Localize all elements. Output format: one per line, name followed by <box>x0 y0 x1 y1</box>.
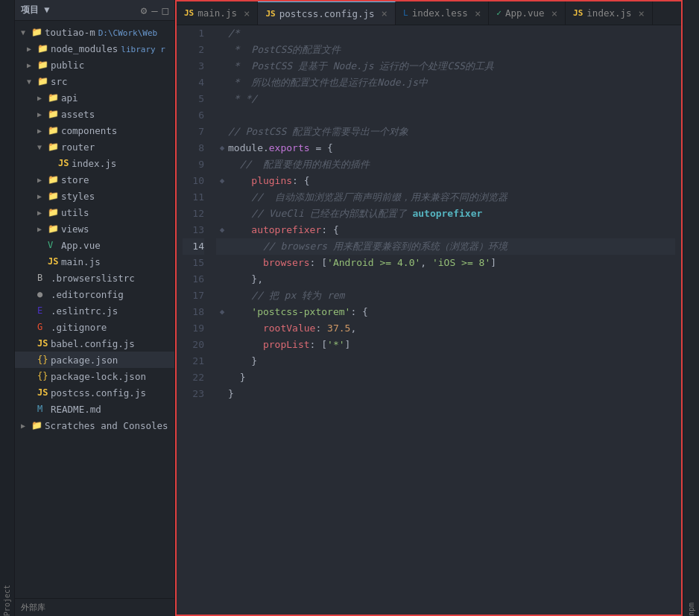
file-type-icon: 📁 <box>37 76 51 86</box>
tree-item-src[interactable]: ▼📁src <box>15 73 174 89</box>
tree-item-label: views <box>61 223 174 235</box>
project-label: Project <box>3 579 11 616</box>
tree-item-utils[interactable]: ▶📁utils <box>15 204 174 220</box>
line-number: 19 <box>183 320 204 337</box>
arrow-icon: ▶ <box>37 127 48 135</box>
sidebar-icon-group: ⚙ — □ <box>141 4 168 16</box>
tab-label: main.js <box>197 7 237 19</box>
tree-item-package-lock[interactable]: {}package-lock.json <box>15 368 174 384</box>
tab-index-less[interactable]: Lindex.less× <box>396 1 489 25</box>
file-type-icon: G <box>37 322 51 332</box>
tree-item-label: assets <box>61 109 174 120</box>
tab-close-button[interactable]: × <box>475 8 481 19</box>
tab-close-button[interactable]: × <box>551 8 557 19</box>
tab-label: App.vue <box>505 7 545 19</box>
gear-icon[interactable]: ⚙ <box>141 4 147 16</box>
code-line: // PostCSS 配置文件需要导出一个对象 <box>216 124 675 140</box>
file-type-icon: JS <box>58 158 72 168</box>
line-number: 16 <box>183 271 204 288</box>
minimize-icon[interactable]: — <box>151 4 157 16</box>
line-number: 4 <box>183 74 204 91</box>
tab-label: index.less <box>412 7 468 19</box>
file-type-icon: V <box>48 240 61 250</box>
tab-close-button[interactable]: × <box>639 8 645 19</box>
code-line: browsers: ['Android >= 4.0', 'iOS >= 8'] <box>216 255 675 271</box>
line-number: 21 <box>183 353 204 369</box>
tree-item-router-index[interactable]: JSindex.js <box>15 155 174 171</box>
tree-item-root[interactable]: ▼📁toutiao-mD:\CWork\Web <box>15 24 174 40</box>
tree-item-package-json[interactable]: {}package.json <box>15 352 174 368</box>
line-number: 15 <box>183 255 204 271</box>
tab-app-vue[interactable]: ✓App.vue× <box>489 1 566 25</box>
line-number: 23 <box>183 386 204 402</box>
tree-item-babel[interactable]: JSbabel.config.js <box>15 335 174 352</box>
tree-item-scratches[interactable]: ▶📁Scratches and Consoles <box>15 417 174 434</box>
tab-index-js[interactable]: JSindex.js× <box>566 1 653 25</box>
arrow-icon: ▼ <box>37 143 48 151</box>
line-numbers: 1234567891011121314151617181920212223 <box>177 25 210 615</box>
code-line: ◆ plugins: { <box>216 173 675 189</box>
tree-item-api[interactable]: ▶📁api <box>15 89 174 106</box>
line-number: 8 <box>183 140 204 156</box>
line-number: 13 <box>183 222 204 238</box>
tree-item-app-vue[interactable]: VApp.vue <box>15 237 174 253</box>
tab-bar: JSmain.js×JSpostcss.config.js×Lindex.les… <box>177 1 681 25</box>
line-number: 2 <box>183 42 204 58</box>
file-type-icon: {} <box>37 355 51 365</box>
tree-item-styles[interactable]: ▶📁styles <box>15 188 174 204</box>
tree-item-main-js[interactable]: JSmain.js <box>15 253 174 270</box>
line-number: 11 <box>183 189 204 206</box>
tree-item-store[interactable]: ▶📁store <box>15 171 174 188</box>
sidebar-bottom: 外部库 <box>15 598 174 616</box>
tab-postcss-config[interactable]: JSpostcss.config.js× <box>258 1 396 25</box>
tab-type-icon: JS <box>265 9 275 19</box>
arrow-icon: ▼ <box>21 28 31 36</box>
line-number: 5 <box>183 91 204 107</box>
arrow-icon: ▶ <box>37 94 48 102</box>
file-type-icon: M <box>37 404 51 414</box>
line-number: 14 <box>183 238 204 255</box>
left-strip: Project <box>0 0 15 616</box>
tree-item-label: src <box>51 76 174 87</box>
code-line: } <box>216 369 675 386</box>
file-type-icon: 📁 <box>48 125 61 136</box>
tree-item-label: README.md <box>51 404 174 415</box>
tree-item-components[interactable]: ▶📁components <box>15 122 174 139</box>
tree-item-label: postcss.config.js <box>51 387 174 399</box>
code-editor[interactable]: 1234567891011121314151617181920212223 /*… <box>177 25 681 615</box>
code-line: } <box>216 353 675 369</box>
sidebar-title: 项目 ▼ <box>21 4 141 16</box>
tree-item-postcss-config[interactable]: JSpostcss.config.js <box>15 384 174 401</box>
tab-main-js[interactable]: JSmain.js× <box>177 1 258 25</box>
code-line: ◆ autoprefixer: { <box>216 222 675 238</box>
tab-close-button[interactable]: × <box>244 8 250 19</box>
tree-item-label: package-lock.json <box>51 371 174 382</box>
tab-label: index.js <box>586 7 631 19</box>
tree-item-views[interactable]: ▶📁views <box>15 220 174 237</box>
tree-item-router[interactable]: ▼📁router <box>15 139 174 155</box>
tree-item-label: main.js <box>61 256 174 267</box>
tree-item-public[interactable]: ▶📁public <box>15 57 174 73</box>
line-number: 3 <box>183 58 204 74</box>
tree-item-readme[interactable]: MREADME.md <box>15 401 174 417</box>
line-number: 7 <box>183 124 204 140</box>
tree-item-assets[interactable]: ▶📁assets <box>15 106 174 122</box>
file-type-icon: E <box>37 305 51 316</box>
tree-item-node_modules[interactable]: ▶📁node_moduleslibrary r <box>15 40 174 57</box>
code-line: ◆ 'postcss-pxtorem': { <box>216 304 675 320</box>
file-tree: ▼📁toutiao-mD:\CWork\Web▶📁node_moduleslib… <box>15 21 174 598</box>
arrow-icon: ▶ <box>37 225 48 233</box>
line-number: 22 <box>183 369 204 386</box>
tree-item-browserslist[interactable]: B.browserslistrc <box>15 270 174 286</box>
sidebar: 项目 ▼ ⚙ — □ ▼📁toutiao-mD:\CWork\Web▶📁node… <box>15 0 175 616</box>
tree-item-gitignore[interactable]: G.gitignore <box>15 319 174 335</box>
file-type-icon: JS <box>37 338 51 349</box>
tree-item-eslintrc[interactable]: E.eslintrc.js <box>15 302 174 319</box>
arrow-icon: ▶ <box>27 61 37 69</box>
tree-item-label: node_moduleslibrary r <box>51 43 174 54</box>
tree-item-editorconfig[interactable]: ●.editorconfig <box>15 286 174 302</box>
sidebar-header: 项目 ▼ ⚙ — □ <box>15 0 174 21</box>
expand-icon[interactable]: □ <box>162 4 168 16</box>
code-line: * PostCSS 是基于 Node.js 运行的一个处理CSS的工具 <box>216 58 675 74</box>
tab-close-button[interactable]: × <box>382 8 388 19</box>
